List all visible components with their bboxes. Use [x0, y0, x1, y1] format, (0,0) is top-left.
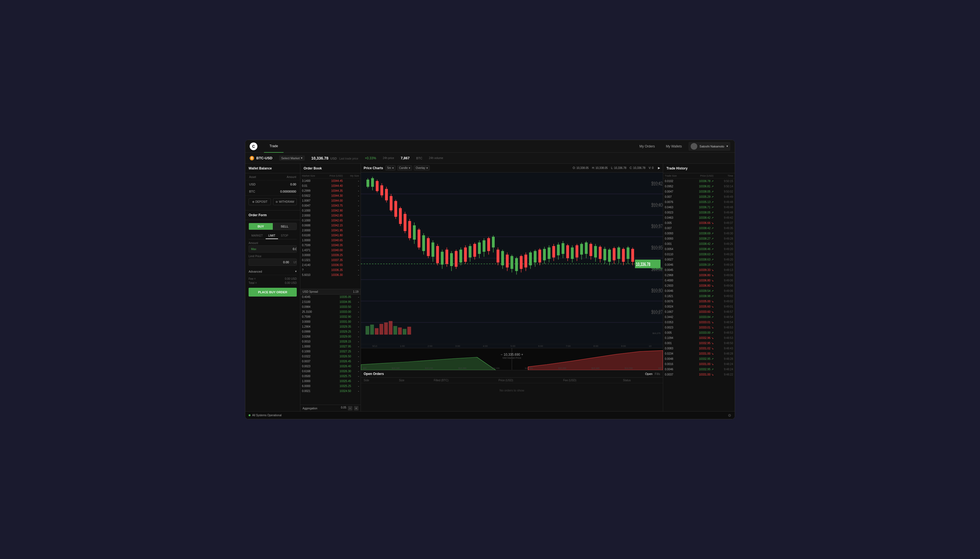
svg-rect-100 [557, 245, 560, 255]
ask-row[interactable]: 0.5922 10344.30 - [300, 194, 361, 198]
chart-type-select[interactable]: Candle ▾ [397, 165, 412, 170]
ask-row[interactable]: 0.6100 10341.80 - [300, 233, 361, 238]
ask-row[interactable]: 0.1321 10337.35 - [300, 258, 361, 263]
order-book-scrollable: Market Size Price (USD) My Size 3.1400 1… [300, 173, 361, 289]
bid-row[interactable]: 0.0037 10326.45 - [300, 359, 361, 364]
nav-tabs: Trade [264, 140, 635, 153]
sell-tab[interactable]: SELL [273, 223, 297, 230]
bid-row[interactable]: 0.0322 10326.50 - [300, 354, 361, 359]
ask-row[interactable]: 1.0087 10344.00 - [300, 198, 361, 203]
bid-row[interactable]: 0.7599 10332.90 - [300, 314, 361, 319]
bid-row[interactable]: 6.0000 10325.25 - [300, 384, 361, 389]
ask-row[interactable]: 0.7599 10340.35 - [300, 243, 361, 248]
ask-row[interactable]: 0.2999 10344.35 - [300, 189, 361, 194]
bid-row[interactable]: 25.3100 10333.00 - [300, 309, 361, 314]
svg-rect-42 [422, 235, 425, 251]
trade-row: 0.0054 10338.46 ↗ 9:49:20 [663, 246, 735, 252]
ask-row[interactable]: 0.1000 10342.65 - [300, 218, 361, 223]
last-price-label: Last trade price [339, 157, 358, 160]
ask-row[interactable]: 0.0688 10342.15 - [300, 223, 361, 228]
svg-rect-106 [571, 248, 574, 259]
svg-rect-32 [399, 208, 401, 224]
svg-rect-124 [613, 248, 615, 260]
bid-row[interactable]: 3.0000 10331.00 - [300, 319, 361, 324]
bid-row[interactable]: 0.0021 10324.50 - [300, 389, 361, 394]
place-order-button[interactable]: PLACE BUY ORDER [249, 288, 297, 296]
bid-row[interactable]: 0.0010 10328.15 - [300, 339, 361, 344]
bid-row[interactable]: 0.0500 10325.75 - [300, 374, 361, 379]
settings-button[interactable]: ⚙ [728, 413, 731, 418]
user-menu[interactable]: Satoshi Nakamoto ▾ [688, 142, 730, 151]
ask-row[interactable]: 0.0047 10343.75 - [300, 203, 361, 208]
overlay-select[interactable]: Overlay ▾ [414, 165, 429, 170]
svg-rect-62 [469, 246, 471, 258]
bid-row[interactable]: 1.0000 10327.95 - [300, 344, 361, 349]
ask-row[interactable]: ? 10336.35 - [300, 268, 361, 273]
tab-trade[interactable]: Trade [264, 140, 284, 153]
open-orders-header: Open Orders Open Fills [361, 370, 663, 378]
chevron-down-icon: ▾ [726, 144, 728, 148]
advanced-toggle[interactable]: Advanced ▾ [245, 268, 300, 275]
wallet-actions: ⊕ DEPOSIT ⊖ WITHDRAW [245, 195, 300, 208]
svg-rect-46 [432, 242, 434, 257]
bid-row[interactable]: 3.0268 10329.00 - [300, 334, 361, 339]
bid-row[interactable]: 1.2904 10329.35 - [300, 324, 361, 329]
ask-row[interactable]: 1.0000 10340.65 - [300, 238, 361, 243]
chart-forward-icon[interactable]: ▶ [658, 166, 660, 170]
bid-row[interactable]: 2.5100 10334.95 - [300, 299, 361, 304]
tab-open[interactable]: Open [645, 372, 653, 375]
bid-row[interactable]: 0.6168 10326.30 - [300, 369, 361, 374]
bid-row[interactable]: 0.1000 10327.25 - [300, 349, 361, 354]
col-market-size: Market Size [300, 173, 322, 179]
ask-row[interactable]: 3.0000 10339.25 - [300, 253, 361, 258]
tab-fills[interactable]: Fills [655, 372, 660, 375]
ask-row[interactable]: 1.4371 10340.00 - [300, 248, 361, 253]
my-wallets-button[interactable]: My Wallets [662, 143, 686, 150]
chevron-down-icon: ▾ [426, 167, 428, 169]
buy-tab[interactable]: BUY [249, 223, 273, 230]
select-market-button[interactable]: Select Market ▾ [279, 155, 305, 160]
ask-row[interactable]: 2.0000 10341.95 - [300, 228, 361, 233]
bid-row[interactable]: 0.0984 10333.50 - [300, 304, 361, 309]
amount-field: Amount Max BTC [249, 241, 297, 253]
stop-tab[interactable]: STOP [278, 233, 291, 239]
trade-row: 0.0016 10331.00 ↘ 9:48:24 [663, 362, 735, 367]
my-orders-button[interactable]: My Orders [635, 143, 659, 150]
bid-row[interactable]: 0.0023 10326.40 - [300, 364, 361, 369]
username: Satoshi Nakamoto [700, 145, 724, 148]
main-content: Wallet Balance Asset Amount USD 0.00 BTC [245, 164, 735, 411]
trade-row: 0.0046 10332.95 ↗ 9:48:24 [663, 367, 735, 372]
bid-row[interactable]: 1.0000 10325.45 - [300, 379, 361, 384]
svg-rect-68 [483, 240, 485, 252]
bid-row[interactable]: 0.4045 10335.05 - [300, 294, 361, 299]
market-tab[interactable]: MARKET [249, 233, 265, 239]
svg-rect-90 [534, 251, 537, 263]
amount-input-wrap: Max BTC [249, 245, 297, 253]
deposit-button[interactable]: ⊕ DEPOSIT [249, 198, 271, 205]
bid-row[interactable]: 0.0999 10329.25 - [300, 329, 361, 334]
trade-row: 0.0046 10339.19 ↗ 9:49:19 [663, 262, 735, 267]
withdraw-button[interactable]: ⊖ WITHDRAW [273, 198, 297, 205]
ask-row[interactable]: 3.1400 10344.45 - [300, 179, 361, 184]
ask-row[interactable]: 5.6010 10336.30 - [300, 273, 361, 278]
wallet-balance-header: Wallet Balance [245, 164, 300, 173]
ask-row[interactable]: 0.01 10344.40 - [300, 184, 361, 189]
trade-history-scrollable: Trade Size Price (USD) Time 0.0102 10336… [663, 173, 735, 411]
amount-input[interactable] [259, 246, 297, 252]
max-label[interactable]: Max [249, 246, 259, 252]
agg-minus-button[interactable]: − [348, 406, 352, 410]
ask-row[interactable]: 2.0000 10342.85 - [300, 213, 361, 218]
trade-row: 0.0093 10338.27 ↗ 9:49:28 [663, 236, 735, 241]
svg-rect-26 [385, 189, 388, 200]
status-text: All Systems Operational [252, 414, 282, 417]
ask-row[interactable]: 2.4140 10336.55 - [300, 263, 361, 268]
trade-row: 0.0023 10338.05 ↗ 9:49:48 [663, 210, 735, 215]
agg-plus-button[interactable]: + [354, 406, 358, 410]
ask-row[interactable]: 0.1000 10342.90 - [300, 208, 361, 213]
trade-row: 0.0046 10339.54 ↗ 9:49:06 [663, 288, 735, 294]
limit-price-input[interactable] [249, 259, 291, 265]
svg-rect-140 [398, 327, 402, 334]
limit-tab[interactable]: LIMIT [265, 233, 278, 239]
timeframe-select[interactable]: 5m ▾ [385, 165, 396, 170]
wallet-table: Asset Amount USD 0.00 BTC 0.00000000 [245, 173, 300, 195]
